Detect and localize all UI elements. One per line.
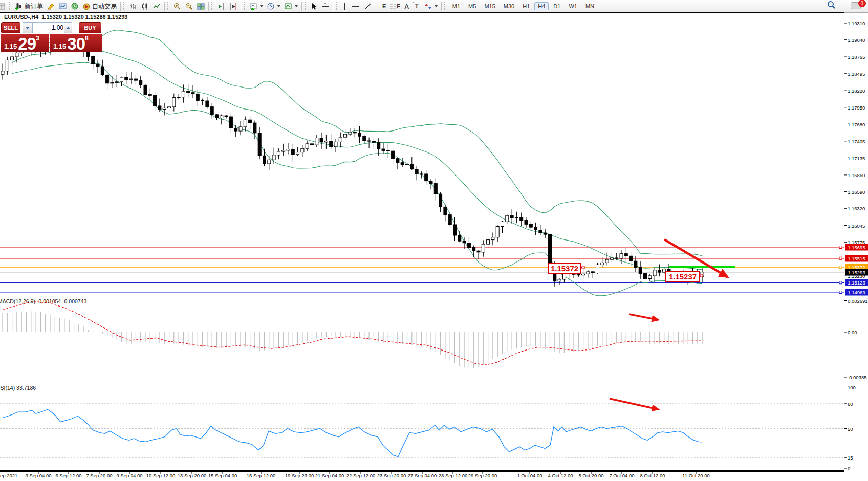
rsi-value: 33.7186 [16, 385, 36, 391]
chevron-down-icon [26, 27, 30, 29]
buy-price-display[interactable]: 1.15 30 8 [50, 34, 102, 52]
rsi-label: RSI(14) 33.7186 [0, 385, 36, 391]
price-line-label: 1.15293 [845, 269, 868, 275]
sell-price-pips: 29 [18, 36, 36, 52]
sell-button[interactable]: SELL [1, 22, 20, 33]
ohlc-values: 1.15320 1.15320 1.15286 1.15293 [41, 14, 127, 20]
sell-price-display[interactable]: 1.15 29 3 [1, 34, 49, 52]
symbol-timeframe: EURUSD-,H4 [4, 14, 38, 20]
price-line-label: 1.14969 [845, 289, 868, 296]
volume-increase-button[interactable] [64, 22, 72, 33]
one-click-trading-panel: SELL BUY 1.15 29 3 1.15 30 8 [1, 22, 100, 52]
buy-price-pips: 30 [67, 36, 85, 52]
sell-price-prefix: 1.15 [4, 42, 17, 50]
volume-input[interactable] [32, 22, 66, 33]
green-support-zone[interactable] [669, 266, 735, 269]
support-annotation-2[interactable]: 1.15237 [665, 271, 700, 282]
price-line-label: 1.15123 [845, 279, 868, 286]
mt4-window: 新订单 自动交易 [0, 0, 868, 481]
volume-decrease-button[interactable] [23, 22, 33, 33]
macd-values: -0.001054 -0.000743 [37, 298, 87, 304]
chart-canvas[interactable] [0, 0, 868, 481]
support-annotation-1[interactable]: 1.15372 [548, 263, 581, 274]
buy-price-prefix: 1.15 [53, 42, 66, 50]
macd-label: MACD(12,26,9) -0.001054 -0.000743 [0, 298, 86, 304]
chart-header: EURUSD-,H41.15320 1.15320 1.15286 1.1529… [4, 14, 131, 20]
price-line-label: 1.15695 [845, 244, 868, 251]
sell-price-point: 3 [36, 35, 39, 42]
chevron-up-icon [66, 27, 70, 29]
buy-price-point: 8 [85, 35, 89, 42]
buy-button[interactable]: BUY [79, 22, 101, 33]
price-line-label: 1.15515 [845, 255, 868, 261]
